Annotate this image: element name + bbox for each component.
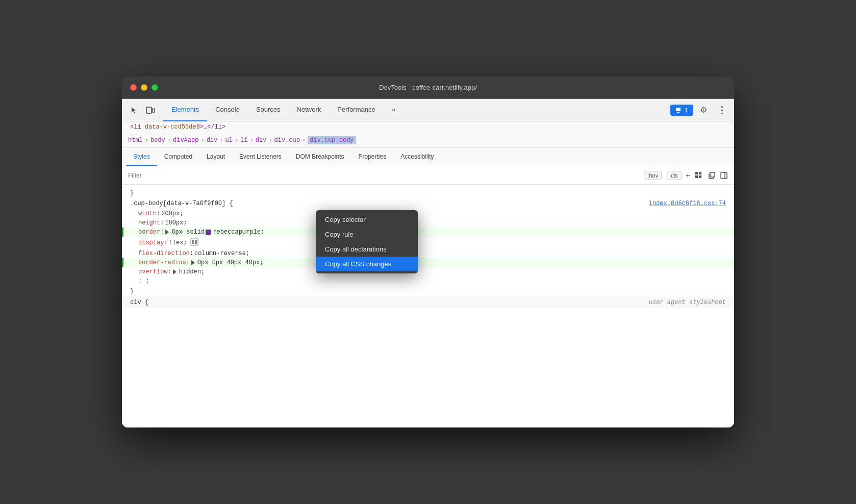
css-panel: } .cup-body[data-v-7a0f9f00] { index.8d6… — [122, 185, 734, 427]
panel-tab-event-listeners[interactable]: Event Listeners — [232, 148, 289, 166]
tab-elements[interactable]: Elements — [163, 99, 207, 121]
modified-indicator-2 — [122, 258, 123, 267]
css-prop-border-radius: border-radius : 0px 0px 40px 40px ; — [122, 258, 734, 267]
expand-triangle-icon-3[interactable] — [173, 269, 177, 274]
tab-console[interactable]: Console — [207, 99, 248, 121]
css-prop-border: border : 6px solid rebeccapurple ; — [122, 228, 734, 237]
svg-rect-9 — [710, 172, 715, 177]
devtools-window: DevTools - coffee-cart.netlify.app/ — [122, 77, 734, 427]
css-closing-brace: } — [122, 286, 734, 297]
panel-tab-properties[interactable]: Properties — [351, 148, 394, 166]
main-tab-bar: Elements Console Sources Network Perform… — [163, 99, 666, 121]
breadcrumb-div-cup-body[interactable]: div.cup-body — [308, 136, 356, 144]
panel-tab-layout[interactable]: Layout — [199, 148, 232, 166]
svg-rect-2 — [676, 108, 681, 111]
more-options-icon[interactable]: ⋮ — [714, 102, 730, 118]
css-prop-display: display : flex ; — [122, 237, 734, 249]
toggle-sidebar-icon[interactable] — [720, 171, 728, 180]
devtools-body: Elements Console Sources Network Perform… — [122, 99, 734, 427]
css-prop-flex-direction: flex-direction : column-reverse ; — [122, 249, 734, 258]
breadcrumb-div2[interactable]: div — [256, 137, 267, 144]
hov-button[interactable]: :hov — [644, 171, 662, 180]
maximize-button[interactable] — [152, 84, 158, 91]
modified-indicator — [122, 228, 123, 237]
svg-rect-13 — [192, 240, 194, 244]
filter-input[interactable] — [128, 172, 640, 179]
context-menu-copy-selector[interactable]: Copy selector — [316, 212, 418, 227]
panel-tab-computed[interactable]: Computed — [157, 148, 199, 166]
tab-sources[interactable]: Sources — [248, 99, 289, 121]
html-snippet: <li data-v-ccd55de8>…</li> — [122, 121, 734, 133]
panel-tab-dom-breakpoints[interactable]: DOM Breakpoints — [289, 148, 351, 166]
close-button[interactable] — [130, 84, 137, 91]
expand-triangle-icon[interactable] — [165, 230, 169, 235]
filter-actions: :hov .cls + — [644, 171, 728, 180]
panel-tabs: Styles Computed Layout Event Listeners D… — [122, 148, 734, 166]
tab-network[interactable]: Network — [289, 99, 330, 121]
window-title: DevTools - coffee-cart.netlify.app/ — [379, 84, 477, 91]
css-div-selector[interactable]: div { — [130, 299, 148, 306]
svg-rect-7 — [699, 175, 701, 178]
layout-icon[interactable] — [694, 171, 703, 180]
device-toggle-icon[interactable] — [142, 102, 159, 118]
flex-layout-icon[interactable] — [190, 238, 198, 248]
main-toolbar: Elements Console Sources Network Perform… — [122, 99, 734, 121]
title-bar: DevTools - coffee-cart.netlify.app/ — [122, 77, 734, 99]
svg-rect-4 — [695, 172, 698, 174]
css-prop-width: width : 200px ; — [122, 209, 734, 218]
breadcrumb-ul[interactable]: ul — [225, 137, 232, 144]
expand-triangle-icon-2[interactable] — [191, 260, 195, 265]
svg-rect-0 — [146, 107, 152, 113]
svg-rect-3 — [677, 112, 679, 113]
breadcrumb-li[interactable]: li — [240, 137, 247, 144]
breadcrumb-div[interactable]: div — [207, 137, 218, 144]
toolbar-separator — [161, 104, 161, 116]
pointer-icon[interactable] — [126, 102, 142, 118]
css-prev-close: } — [122, 189, 734, 198]
css-selector[interactable]: .cup-body[data-v-7a0f9f00] { — [130, 200, 233, 207]
svg-rect-6 — [695, 175, 698, 178]
settings-icon[interactable]: ⚙ — [695, 102, 712, 118]
css-file-link[interactable]: index.8d6c6f18.css:74 — [649, 200, 726, 207]
toolbar-right: 1 ⚙ ⋮ — [670, 102, 730, 118]
css-prop-height: height : 180px ; — [122, 218, 734, 228]
tab-more[interactable]: » — [384, 99, 404, 121]
tab-performance[interactable]: Performance — [329, 99, 383, 121]
css-rule-header: .cup-body[data-v-7a0f9f00] { index.8d6c6… — [122, 198, 734, 209]
panel-tab-accessibility[interactable]: Accessibility — [393, 148, 441, 166]
panel-tab-styles[interactable]: Styles — [126, 148, 157, 166]
breadcrumb-div-app[interactable]: div#app — [173, 137, 198, 144]
context-menu-copy-rule[interactable]: Copy rule — [316, 227, 418, 242]
user-agent-label: user agent stylesheet — [649, 299, 726, 306]
css-colon-row: : ; — [122, 276, 734, 286]
color-swatch-rebeccapurple[interactable] — [206, 230, 211, 235]
breadcrumb: html › body › div#app › div › ul › li › … — [122, 133, 734, 148]
traffic-lights — [130, 84, 158, 91]
context-menu-copy-all-css-changes[interactable]: Copy all CSS changes — [316, 257, 418, 271]
minimize-button[interactable] — [141, 84, 147, 91]
breadcrumb-body[interactable]: body — [150, 137, 165, 144]
css-prop-overflow: overflow : hidden ; — [122, 267, 734, 276]
breadcrumb-html[interactable]: html — [128, 137, 143, 144]
add-rule-icon[interactable]: + — [686, 171, 690, 180]
context-menu: Copy selector Copy rule Copy all declara… — [316, 210, 418, 273]
svg-rect-1 — [153, 109, 155, 112]
notification-button[interactable]: 1 — [670, 105, 693, 116]
svg-rect-10 — [721, 172, 727, 179]
css-div-rule: div { user agent stylesheet — [122, 297, 734, 308]
breadcrumb-div-cup[interactable]: div.cup — [274, 137, 300, 144]
context-menu-copy-all-declarations[interactable]: Copy all declarations — [316, 242, 418, 257]
svg-rect-14 — [195, 240, 197, 244]
svg-rect-5 — [699, 172, 701, 174]
cls-button[interactable]: .cls — [666, 171, 682, 180]
devtools-content: <li data-v-ccd55de8>…</li> html › body ›… — [122, 121, 734, 427]
filter-bar: :hov .cls + — [122, 166, 734, 185]
copy-styles-icon[interactable] — [708, 171, 716, 180]
